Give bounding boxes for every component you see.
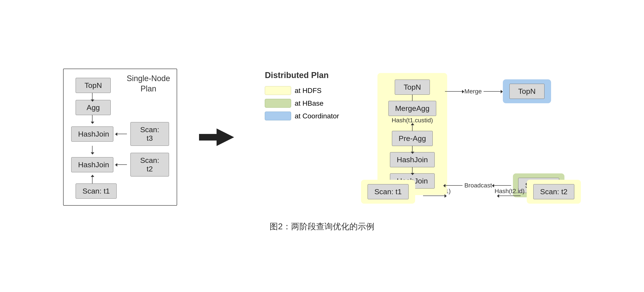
node-agg: Agg <box>76 100 111 115</box>
dist-node-mergeagg: MergeAgg <box>388 101 436 116</box>
node-hashjoin-2: HashJoin <box>71 157 113 172</box>
dist-topn-blue: TopN <box>510 84 544 99</box>
arrow-up-1 <box>92 176 92 184</box>
dist-hashjoin-top: HashJoin <box>390 152 435 167</box>
dist-scan-t2: Scan: t2 <box>533 184 574 199</box>
swatch-hdfs <box>265 86 291 95</box>
hashjoin-row-2: HashJoin Scan: t2 <box>71 153 169 176</box>
region-scan-t1-yellow: Scan: t1 <box>361 180 415 204</box>
arrow-down-2 <box>92 115 92 122</box>
merge-arrowhead-2 <box>501 90 503 94</box>
hash-custid-group: Hash(t1.custid) <box>392 116 433 131</box>
v-line-3 <box>412 167 412 174</box>
hash-t2id-section: Hash(t2.id) <box>494 188 524 196</box>
v-arrow-up-custid <box>412 125 412 131</box>
hashjoin-broadcast-row: HashJoin <box>390 152 435 167</box>
merge-line <box>445 91 462 92</box>
bottom-row: Scan: t1 Hash(t1.id1) <box>361 180 581 204</box>
arrow-head <box>216 128 243 146</box>
distributed-plan: TopN MergeAgg Hash(t1.custid) <box>361 70 581 204</box>
broadcast-arrowhead-2 <box>492 184 494 188</box>
hash-id1-line <box>423 196 445 196</box>
arrow-down-1 <box>92 93 92 100</box>
merge-row: Merge TopN <box>445 79 551 103</box>
v-line-1 <box>412 95 412 101</box>
arrow-left-1 <box>117 134 127 134</box>
region-blue: TopN <box>503 79 551 103</box>
hash-id1-arrow <box>444 194 447 198</box>
legend-label-hdfs: at HDFS <box>294 86 322 95</box>
hashjoin-row-1: HashJoin Scan: t3 <box>71 122 169 146</box>
dist-node-topn: TopN <box>395 80 430 95</box>
legend-label-hbase: at HBase <box>294 99 324 108</box>
legend-item-hdfs: at HDFS <box>265 86 339 95</box>
dist-scan-t1: Scan: t1 <box>368 184 408 199</box>
arrow-down-3 <box>92 146 92 153</box>
legend-item-coordinator: at Coordinator <box>265 112 339 120</box>
region-scan-t2-yellow: Scan: t2 <box>527 180 581 204</box>
arrowhead-down-3 <box>411 173 414 175</box>
legend-item-hbase: at HBase <box>265 99 339 108</box>
diagram-row: Single-Node Plan TopN Agg HashJoin Scan:… <box>46 60 598 214</box>
arrow-left-2 <box>117 164 127 165</box>
legend-title: Distributed Plan <box>265 70 339 80</box>
dist-node-pre-agg: Pre-Agg <box>392 131 433 146</box>
hash-t2id-line <box>499 196 520 196</box>
node-scan-t2: Scan: t2 <box>130 153 169 176</box>
v-line-2 <box>412 146 412 152</box>
merge-section: Merge TopN <box>447 70 564 197</box>
broadcast-line <box>445 185 462 186</box>
big-arrow <box>199 128 243 146</box>
arrow-body <box>199 134 216 140</box>
single-node-plan-box: Single-Node Plan TopN Agg HashJoin Scan:… <box>63 68 177 206</box>
top-section: TopN MergeAgg Hash(t1.custid) <box>378 70 565 197</box>
node-hashjoin-1: HashJoin <box>71 126 113 142</box>
region-yellow: TopN MergeAgg Hash(t1.custid) <box>378 73 448 195</box>
broadcast-line-2 <box>494 185 511 186</box>
merge-label: Merge <box>464 88 482 95</box>
single-node-title: Single-Node Plan <box>127 74 170 94</box>
node-scan-t3: Scan: t3 <box>130 122 169 146</box>
arrowhead-up-custid <box>411 123 414 125</box>
main-container: Single-Node Plan TopN Agg HashJoin Scan:… <box>0 60 644 232</box>
label-hash-t2id: Hash(t2.id) <box>494 188 524 195</box>
node-scan-t1: Scan: t1 <box>76 184 116 198</box>
legend-label-coordinator: at Coordinator <box>294 112 339 120</box>
arrowhead-down-2 <box>411 152 414 154</box>
swatch-hbase <box>265 99 291 108</box>
legend: Distributed Plan at HDFS at HBase at Coo… <box>265 70 339 120</box>
hash-t2id-arrow <box>497 194 499 198</box>
broadcast-arrowhead <box>443 184 446 188</box>
caption: 图2：两阶段查询优化的示例 <box>270 221 374 232</box>
merge-arrowhead <box>462 90 464 94</box>
merge-line-2 <box>484 91 501 92</box>
node-topn: TopN <box>76 78 111 93</box>
swatch-coordinator <box>265 112 291 120</box>
